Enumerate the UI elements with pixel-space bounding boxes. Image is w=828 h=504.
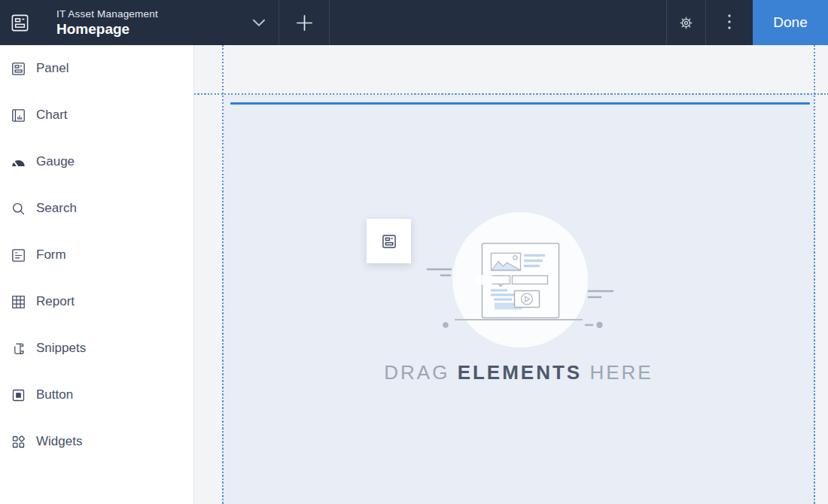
widgets-icon <box>11 434 26 450</box>
drag-elements-here-text: DRAG ELEMENTS HERE <box>384 361 653 384</box>
drop-zone-panel[interactable]: DRAG ELEMENTS HERE <box>223 94 814 504</box>
drop-position-indicator <box>230 102 810 105</box>
sidebar-item-snippets[interactable]: Snippets <box>0 325 193 372</box>
app-logo-icon <box>10 13 30 33</box>
add-page-button[interactable] <box>279 0 329 45</box>
search-icon <box>11 201 26 217</box>
sidebar-item-label: Report <box>36 294 75 309</box>
kebab-menu-icon <box>722 11 737 34</box>
chart-icon <box>11 108 26 123</box>
topbar: IT Asset Management Homepage <box>0 0 828 45</box>
empty-state: DRAG ELEMENTS HERE <box>223 207 814 384</box>
panel-icon <box>11 61 26 77</box>
report-icon <box>11 294 26 310</box>
sidebar-item-label: Form <box>36 247 66 263</box>
gauge-icon <box>11 154 26 170</box>
sidebar-item-label: Search <box>36 201 77 216</box>
sidebar-item-label: Widgets <box>36 434 82 449</box>
layout-guide-top <box>194 93 828 95</box>
sidebar-item-label: Panel <box>36 61 68 76</box>
layout-guide-right <box>814 45 815 504</box>
button-icon <box>11 387 26 403</box>
sidebar-item-report[interactable]: Report <box>0 278 193 325</box>
snippets-icon <box>11 341 26 357</box>
sidebar-item-label: Button <box>36 387 73 402</box>
more-options-button[interactable] <box>706 0 753 45</box>
element-sidebar: Panel Chart Gauge Search <box>0 45 194 504</box>
chevron-down-icon <box>249 13 269 32</box>
sidebar-item-gauge[interactable]: Gauge <box>0 138 193 185</box>
sidebar-item-label: Chart <box>36 108 68 123</box>
sidebar-item-widgets[interactable]: Widgets <box>0 418 193 465</box>
done-button[interactable]: Done <box>753 0 828 45</box>
sidebar-item-label: Gauge <box>36 154 75 169</box>
topbar-spacer <box>330 0 666 45</box>
page-wireframe-illustration <box>417 207 620 354</box>
dragged-panel-tile[interactable] <box>367 219 411 263</box>
gear-icon <box>677 14 695 32</box>
sidebar-item-panel[interactable]: Panel <box>0 45 193 92</box>
sidebar-item-label: Snippets <box>36 341 86 356</box>
sidebar-item-button[interactable]: Button <box>0 372 193 418</box>
sidebar-item-search[interactable]: Search <box>0 185 193 232</box>
form-icon <box>11 247 26 263</box>
app-title: IT Asset Management <box>56 8 239 20</box>
design-canvas[interactable]: DRAG ELEMENTS HERE <box>194 45 828 504</box>
layout-guide-left <box>222 45 224 504</box>
page-title-block: IT Asset Management Homepage <box>56 8 239 38</box>
panel-icon <box>381 233 397 250</box>
page-title: Homepage <box>56 21 239 38</box>
plus-icon <box>294 13 315 33</box>
sidebar-item-form[interactable]: Form <box>0 232 193 278</box>
page-switcher-chevron[interactable] <box>239 0 279 45</box>
sidebar-item-chart[interactable]: Chart <box>0 92 193 138</box>
settings-button[interactable] <box>667 0 705 45</box>
